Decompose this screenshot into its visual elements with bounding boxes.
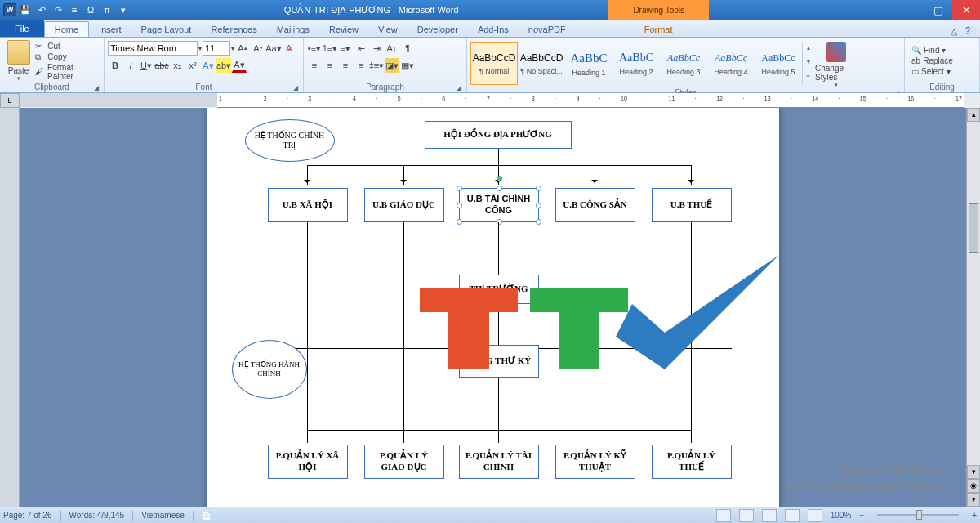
text-effects-icon[interactable]: A▾ (201, 58, 216, 73)
shape-ub-thue[interactable]: U.B THUẾ (652, 188, 732, 222)
styles-gallery[interactable]: AaBbCcD¶ Normal AaBbCcD¶ No Spaci... AaB… (470, 42, 813, 85)
view-full-screen-icon[interactable] (739, 509, 754, 522)
ruler-corner[interactable]: L (0, 93, 20, 108)
horizontal-ruler[interactable]: 1·2·3·4·5·6·7·8·9·10·11·12·13·14·15·16·1… (217, 93, 964, 108)
minimize-button[interactable]: — (897, 0, 924, 20)
qat-btn-3[interactable]: π (100, 2, 114, 17)
highlight-icon[interactable]: ab▾ (216, 58, 231, 73)
style-no-spacing[interactable]: AaBbCcD¶ No Spaci... (518, 42, 565, 85)
shape-oval-politics[interactable]: HỆ THỐNG CHÍNH TRỊ (245, 119, 335, 162)
close-button[interactable]: ✕ (952, 0, 980, 20)
zoom-out-button[interactable]: − (859, 511, 864, 520)
undo-icon[interactable]: ↶ (34, 2, 49, 17)
zoom-level[interactable]: 100% (831, 511, 852, 520)
shape-pql-taichinh[interactable]: P.QUẢN LÝ TÀI CHÍNH (459, 445, 539, 479)
view-web-layout-icon[interactable] (762, 509, 777, 522)
tab-addins[interactable]: Add-Ins (468, 22, 519, 37)
format-painter-button[interactable]: 🖌Format Painter (35, 63, 100, 81)
shading-icon[interactable]: ◪▾ (385, 58, 399, 73)
view-print-layout-icon[interactable] (716, 509, 731, 522)
vertical-scrollbar[interactable]: ▴ ▾ ◉ ▾ (966, 108, 980, 507)
zoom-slider[interactable] (877, 514, 959, 516)
scroll-up-icon[interactable]: ▴ (967, 108, 980, 122)
font-color-icon[interactable]: A▾ (232, 58, 247, 73)
shape-ub-congsan[interactable]: U.B CÔNG SẢN (555, 188, 635, 222)
shape-ub-giaoduc[interactable]: U.B GIÁO DỤC (364, 188, 444, 222)
tab-view[interactable]: View (368, 22, 408, 37)
increase-indent-icon[interactable]: ⇥ (369, 41, 384, 56)
replace-button[interactable]: abReplace (911, 56, 953, 65)
superscript-button[interactable]: x² (185, 58, 200, 73)
align-left-icon[interactable]: ≡ (307, 58, 322, 73)
align-center-icon[interactable]: ≡ (323, 58, 337, 73)
shape-pql-xahoi[interactable]: P.QUẢN LÝ XÃ HỘI (268, 445, 348, 479)
subscript-button[interactable]: x₂ (170, 58, 185, 73)
change-case-icon[interactable]: Aa▾ (266, 41, 281, 56)
bullets-icon[interactable]: •≡▾ (307, 41, 322, 56)
sort-icon[interactable]: A↓ (385, 41, 399, 56)
tab-references[interactable]: References (201, 22, 266, 37)
decrease-indent-icon[interactable]: ⇤ (354, 41, 368, 56)
status-words[interactable]: Words: 4/9,145 (69, 511, 125, 520)
shape-pql-giaoduc[interactable]: P.QUẢN LÝ GIÁO DỤC (364, 445, 444, 479)
browse-object-icon[interactable]: ◉ (967, 479, 980, 493)
align-right-icon[interactable]: ≡ (338, 58, 353, 73)
styles-gallery-more[interactable]: ▴▾≡ (802, 42, 813, 85)
file-tab[interactable]: File (0, 20, 44, 37)
shape-oval-admin[interactable]: HỆ THỐNG HÀNH CHÍNH (232, 340, 307, 399)
style-heading5[interactable]: AaBbCcHeading 5 (755, 42, 802, 85)
show-marks-icon[interactable]: ¶ (400, 41, 415, 56)
tab-review[interactable]: Review (319, 22, 368, 37)
strikethrough-button[interactable]: abc (154, 58, 169, 73)
help-icon[interactable]: ? (965, 25, 977, 37)
rotate-handle-icon[interactable] (497, 176, 502, 181)
tab-insert[interactable]: Insert (89, 22, 131, 37)
tab-page-layout[interactable]: Page Layout (131, 22, 202, 37)
bold-button[interactable]: B (108, 58, 122, 73)
tab-format[interactable]: Format (635, 22, 683, 37)
italic-button[interactable]: I (123, 58, 138, 73)
paste-button[interactable]: Paste▾ (3, 40, 33, 82)
view-draft-icon[interactable] (808, 509, 822, 522)
view-outline-icon[interactable] (785, 509, 800, 522)
shape-ub-xahoi[interactable]: U.B XÃ HỘI (268, 188, 348, 222)
paragraph-launcher-icon[interactable]: ◢ (457, 84, 461, 92)
copy-button[interactable]: ⧉Copy (35, 52, 100, 62)
line-spacing-icon[interactable]: ‡≡▾ (369, 58, 384, 73)
minimize-ribbon-icon[interactable]: △ (946, 26, 962, 37)
cut-button[interactable]: ✂Cut (35, 42, 100, 51)
justify-icon[interactable]: ≡ (354, 58, 368, 73)
shape-tongthuky[interactable]: TỔNG THƯ KÝ (459, 345, 539, 378)
status-language[interactable]: Vietnamese (141, 511, 185, 520)
shape-pql-kythuat[interactable]: P.QUẢN LÝ KỸ THUẬT (555, 445, 635, 479)
vertical-ruler[interactable] (0, 108, 20, 507)
scroll-down-icon[interactable]: ▾ (967, 465, 980, 479)
shape-top[interactable]: HỘI ĐỒNG ĐỊA PHƯƠNG (425, 121, 572, 149)
style-heading1[interactable]: AaBbCHeading 1 (565, 42, 612, 85)
font-name-combo[interactable] (108, 41, 198, 56)
underline-button[interactable]: U▾ (139, 58, 154, 73)
style-heading2[interactable]: AaBbCHeading 2 (612, 42, 660, 85)
page-canvas[interactable]: HỆ THỐNG CHÍNH TRỊ HỘI ĐỒNG ĐỊA PHƯƠNG U… (207, 108, 779, 507)
status-insert-icon[interactable]: 📄 (202, 511, 212, 520)
shape-thitruong[interactable]: THỊ TRƯỜNG (459, 275, 539, 304)
zoom-thumb[interactable] (916, 510, 922, 520)
font-size-combo[interactable] (203, 41, 230, 56)
tab-novapdf[interactable]: novaPDF (519, 22, 576, 37)
style-normal[interactable]: AaBbCcD¶ Normal (470, 42, 518, 85)
next-page-icon[interactable]: ▾ (967, 493, 980, 507)
clipboard-launcher-icon[interactable]: ◢ (94, 84, 99, 92)
scroll-thumb[interactable] (969, 203, 978, 253)
shrink-font-icon[interactable]: A▾ (251, 41, 265, 56)
font-launcher-icon[interactable]: ◢ (293, 84, 298, 92)
change-styles-button[interactable]: Change Styles▾ (815, 39, 858, 88)
style-heading3[interactable]: AaBbCcHeading 3 (660, 42, 707, 85)
tab-home[interactable]: Home (44, 21, 89, 37)
qat-btn-2[interactable]: Ω (83, 2, 98, 17)
qat-more-icon[interactable]: ▾ (116, 2, 131, 17)
status-page[interactable]: Page: 7 of 26 (3, 511, 52, 520)
shape-pql-thue[interactable]: P.QUẢN LÝ THUẾ (652, 445, 732, 479)
tab-developer[interactable]: Developer (408, 22, 468, 37)
style-heading4[interactable]: AaBbCcHeading 4 (707, 42, 755, 85)
zoom-in-button[interactable]: + (972, 511, 977, 520)
